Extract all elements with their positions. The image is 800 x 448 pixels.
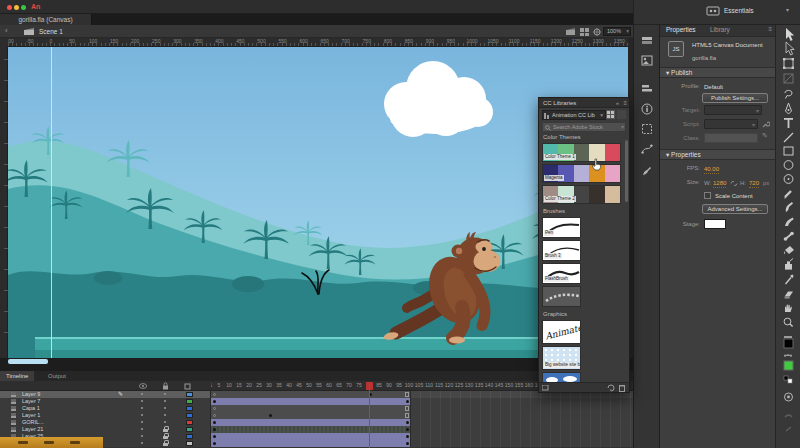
line-tool[interactable] bbox=[784, 133, 793, 142]
lock-all-icon[interactable] bbox=[162, 382, 169, 390]
properties-section-header[interactable]: ▾ Properties bbox=[660, 149, 775, 160]
brush-item[interactable]: FlashBrush bbox=[542, 263, 581, 284]
layer-color-swatch[interactable] bbox=[186, 427, 193, 432]
selection-tool[interactable] bbox=[786, 28, 794, 41]
layer-visibility-toggle[interactable] bbox=[141, 400, 143, 402]
sync-icon[interactable] bbox=[607, 384, 615, 392]
bone-tool[interactable] bbox=[784, 232, 794, 241]
color-swatch[interactable] bbox=[574, 165, 589, 182]
pencil-tool[interactable] bbox=[784, 191, 791, 199]
layer-color-swatch[interactable] bbox=[186, 399, 193, 404]
ink-bottle-tool[interactable] bbox=[785, 259, 793, 270]
layer-name[interactable]: Layer 7 bbox=[22, 398, 40, 405]
subselection-tool[interactable] bbox=[786, 42, 794, 55]
layer-name[interactable]: Layer 9 bbox=[22, 391, 40, 398]
back-arrow-icon[interactable]: ‹ bbox=[5, 26, 8, 35]
class-input[interactable] bbox=[704, 133, 758, 143]
brush-item[interactable]: Brush 3 bbox=[542, 240, 581, 261]
edit-scene-icon[interactable] bbox=[566, 28, 576, 36]
zoom-window-button[interactable] bbox=[21, 5, 26, 10]
layer-lock-toggle[interactable] bbox=[164, 421, 166, 423]
tool-options[interactable] bbox=[785, 415, 792, 431]
layer-row[interactable]: Capa 1 bbox=[0, 405, 633, 412]
center-frame-icon[interactable] bbox=[593, 28, 601, 36]
layer-frames[interactable] bbox=[211, 419, 633, 426]
align-panel-icon[interactable] bbox=[641, 83, 653, 95]
list-view-button[interactable] bbox=[617, 110, 626, 119]
layer-color-swatch[interactable] bbox=[186, 406, 193, 411]
primitive-oval-tool[interactable] bbox=[784, 175, 793, 184]
layer-name-cell[interactable]: Layer 1 bbox=[0, 412, 211, 419]
rectangle-tool[interactable] bbox=[784, 147, 793, 155]
wrench-icon[interactable] bbox=[762, 120, 770, 128]
layer-row[interactable]: GORIL... bbox=[0, 419, 633, 426]
color-theme[interactable]: Magenta bbox=[542, 164, 621, 183]
transform-panel-icon[interactable] bbox=[641, 123, 653, 135]
layer-visibility-toggle[interactable] bbox=[141, 414, 143, 416]
layer-color-swatch[interactable] bbox=[186, 413, 193, 418]
panel-menu-icon[interactable]: ≡ bbox=[768, 26, 772, 32]
layer-row[interactable]: Layer 1 bbox=[0, 412, 633, 419]
swatches-panel-icon[interactable] bbox=[641, 35, 653, 47]
layer-frames[interactable] bbox=[211, 412, 633, 419]
layer-name-cell[interactable]: Layer 7 bbox=[0, 398, 211, 405]
target-select[interactable]: ▾ bbox=[704, 105, 762, 115]
width-value[interactable]: 1280 bbox=[713, 179, 726, 188]
hand-tool[interactable] bbox=[785, 305, 792, 312]
layer-name[interactable]: Capa 1 bbox=[22, 405, 40, 412]
stage[interactable] bbox=[8, 47, 628, 358]
cc-libraries-header[interactable]: CC Libraries « ≡ bbox=[539, 98, 629, 108]
layer-row[interactable]: Layer 21 bbox=[0, 426, 633, 433]
layer-color-swatch[interactable] bbox=[186, 420, 193, 425]
layer-name[interactable]: Layer 21 bbox=[22, 426, 43, 433]
panel-collapse-icon[interactable]: « bbox=[616, 98, 619, 108]
oval-tool[interactable] bbox=[784, 161, 793, 170]
layer-visibility-toggle[interactable] bbox=[141, 435, 143, 437]
color-swatch[interactable] bbox=[605, 165, 620, 182]
color-swatch[interactable] bbox=[605, 144, 620, 161]
brush-tool[interactable] bbox=[786, 202, 793, 212]
motion-presets-panel-icon[interactable] bbox=[641, 143, 653, 155]
color-theme[interactable]: Color Theme 1 bbox=[542, 143, 621, 162]
layer-color-swatch[interactable] bbox=[186, 441, 193, 446]
scene-name[interactable]: Scene 1 bbox=[39, 27, 63, 36]
layer-visibility-toggle[interactable] bbox=[141, 393, 143, 395]
playhead-line[interactable] bbox=[369, 382, 370, 448]
layer-name-cell[interactable]: Layer 9✎ bbox=[0, 391, 211, 398]
search-scope-caret[interactable]: ▾ bbox=[621, 123, 624, 132]
eraser-tool[interactable] bbox=[785, 292, 793, 299]
publish-section-header[interactable]: ▾ Publish bbox=[660, 67, 775, 78]
color-swatch[interactable] bbox=[589, 186, 604, 203]
library-panel-icon[interactable] bbox=[641, 55, 653, 67]
layer-visibility-toggle[interactable] bbox=[141, 442, 143, 444]
height-value[interactable]: 720 bbox=[749, 179, 759, 188]
default-colors-icon[interactable] bbox=[784, 376, 792, 383]
library-select[interactable]: Animation CC Lib ▾ bbox=[542, 110, 606, 120]
layer-frames[interactable] bbox=[211, 440, 633, 447]
stock-search-input[interactable]: Search Adobe Stock ▾ bbox=[542, 122, 626, 132]
layer-name-cell[interactable]: Layer 21 bbox=[0, 426, 211, 433]
tab-timeline[interactable]: Timeline bbox=[0, 371, 34, 381]
layer-lock-icon[interactable] bbox=[163, 429, 168, 433]
minimize-window-button[interactable] bbox=[14, 5, 19, 10]
tab-output[interactable]: Output bbox=[42, 371, 72, 381]
scale-content-checkbox[interactable] bbox=[704, 192, 711, 199]
fps-value[interactable]: 40.00 bbox=[704, 165, 719, 174]
layer-lock-toggle[interactable] bbox=[164, 414, 166, 416]
paint-brush-tool[interactable] bbox=[785, 218, 794, 227]
fill-color-swatch[interactable] bbox=[784, 361, 793, 370]
profile-value[interactable]: Default bbox=[704, 83, 723, 91]
layer-color-swatch[interactable] bbox=[186, 392, 193, 397]
brush-library-panel-icon[interactable] bbox=[641, 165, 653, 177]
color-swatch[interactable] bbox=[574, 144, 589, 161]
layer-lock-toggle[interactable] bbox=[164, 407, 166, 409]
layer-name[interactable]: Layer 1 bbox=[22, 412, 40, 419]
layer-color-swatch[interactable] bbox=[186, 434, 193, 439]
vertical-guide[interactable] bbox=[51, 47, 52, 358]
camera-tool[interactable] bbox=[785, 393, 793, 401]
pencil-icon[interactable]: ✎ bbox=[762, 132, 768, 140]
layer-visibility-toggle[interactable] bbox=[141, 421, 143, 423]
info-panel-icon[interactable] bbox=[641, 103, 653, 115]
graphic-item[interactable]: Animate bbox=[542, 320, 581, 344]
layer-lock-toggle[interactable] bbox=[164, 400, 166, 402]
